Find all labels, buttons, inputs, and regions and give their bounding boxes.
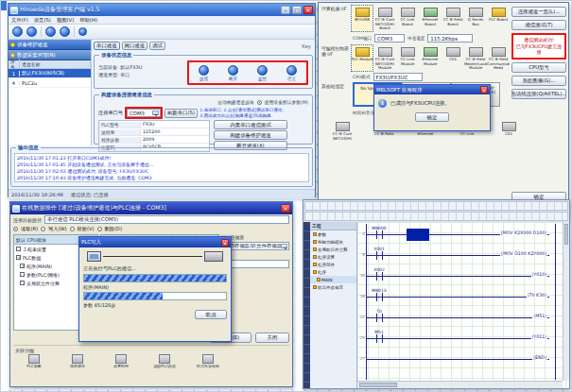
communication-test-button[interactable]: 通信测试(T) [511,20,566,30]
plc-diagnostics[interactable]: PLC诊断 [15,354,53,373]
connect-icon[interactable] [12,26,23,37]
connection-list-button[interactable]: 连接通道一览(L)... [511,7,566,17]
sidebar-section-maintenance[interactable]: 设备维护通道 [9,40,91,50]
tab-debug[interactable]: 调试 [149,42,165,50]
ladder-rung[interactable]: 8 X001 [MOV D100 K2Y000] [357,247,556,265]
close-button[interactable]: × [281,204,290,213]
dialog-close-button[interactable]: × [480,86,488,94]
cpu-type-value[interactable]: FX3U/FX3UC [373,73,423,81]
remote-operation[interactable]: 远程操作 [59,354,96,373]
titlebar[interactable]: 在线数据操作 [通过(设备维护通道)与PLC连接 - COM3] × [10,202,292,214]
coil[interactable]: (T0 K30) [527,293,547,298]
net-ccie-cont[interactable]: CC IE Cont NET/10(H) [326,119,358,146]
nav-item[interactable]: 程序设置 [310,253,356,261]
plc-if-ccie-head[interactable]: CC IE Field Communication Head Module [487,44,510,72]
settings-icon[interactable] [78,27,87,36]
stop-circle-icon[interactable] [286,65,297,76]
vertical-scrollbar[interactable] [563,222,569,381]
pc-if-cclink[interactable]: CC-Link Board [396,5,419,32]
instruction[interactable]: [MOV K2X000 D100] [500,230,547,235]
checkbox[interactable] [16,255,21,260]
ladder-rung[interactable]: 18 M8013 (T0 K30) [357,288,556,307]
nav-item[interactable]: 参数 [310,230,356,238]
monitor-icon[interactable] [45,26,56,37]
contact-symbol[interactable] [376,314,383,322]
checkbox[interactable] [20,272,25,277]
plc-if-c24[interactable]: C24 [442,44,464,72]
clear-plc-memory[interactable]: 清除PLC内存 [146,354,183,373]
cpu-model-button[interactable]: CPU型号 [511,62,566,73]
pc-if-ccie-field[interactable]: CC IE Field Board [442,5,464,32]
speed-value[interactable]: 115.2Kbps [427,34,473,43]
coil[interactable]: (M51) [532,314,547,318]
instruction[interactable]: [MOV D100 K2Y000] [500,251,547,256]
nav-item-main[interactable]: MAIN [310,276,356,283]
nav-item[interactable]: 程序 [310,268,356,276]
monitor-circle-icon[interactable] [257,65,268,76]
nav-item[interactable]: 全局软元件注释 [310,246,356,253]
checkbox[interactable] [20,264,25,268]
disconnect-action[interactable]: 断开 [228,65,238,81]
build-channel-button[interactable]: 构建设备维护通道 [214,130,287,140]
pc-if-qbus[interactable]: Q Series Bus [464,5,487,32]
plc-if-module[interactable]: PLC Module [351,44,373,72]
dialog-ok-button[interactable]: 确定 [415,112,449,122]
monitor-action[interactable]: 监控 [257,65,268,81]
contact-symbol[interactable] [376,230,383,239]
toolbar-icons-row-1[interactable] [304,201,568,211]
progress-titlebar[interactable]: PLC写入 × [79,237,231,247]
contact-symbol[interactable] [376,272,383,281]
menu-file[interactable]: 文件(F) [11,17,28,24]
sidebar-section-data[interactable]: 数据采集管理(N) [9,50,91,60]
ladder-rung[interactable]: 16 X002 (Y010) [357,267,556,286]
close-button[interactable]: × [303,6,313,14]
nav-item[interactable]: 智能功能模块 [310,238,356,246]
ladder-rung[interactable]: 0 M8000 [MOV K2X000 D100] [357,226,556,245]
edit-cursor[interactable] [407,229,429,241]
scrollbar-thumb[interactable] [359,383,397,387]
channel-list-item[interactable]: 1 默认FX3U(805CB) [9,69,91,78]
nav-item[interactable]: 软元件存储器 [310,283,356,291]
menu-settings[interactable]: 设置(S) [34,17,51,24]
phone-line-button[interactable]: 电话线连接(Q/A6TEL)... [511,89,566,99]
read-radio[interactable] [13,227,18,231]
delete-radio[interactable] [97,227,102,231]
com-port-select[interactable]: COM3 [127,109,161,117]
pc-if-plc-board[interactable]: PLC Board [487,5,510,32]
checkbox[interactable] [16,247,21,251]
pc-if-ethernet[interactable]: Ethernet Board [419,5,442,32]
format-memory[interactable]: 格式化存储器 [189,354,227,373]
ladder-editing-area[interactable]: 0 M8000 [MOV K2X000 D100] 8 X001 [MOV D1… [357,222,569,388]
pc-if-ccie-cont[interactable]: CC IE Cont NET/10(H) Board [373,5,396,32]
plc-if-ethernet[interactable]: Ethernet Module [419,44,442,72]
minimize-button[interactable]: – [281,6,290,14]
scrollbar-thumb[interactable] [564,224,568,245]
serial-test-button[interactable]: 内置串口通信测试 [214,120,287,129]
ladder-rung[interactable]: 25 M51 (Y011) [357,330,556,349]
docked-toolbar-strip[interactable] [303,222,310,388]
ladder-rung[interactable]: 22 T0 (M51) [357,309,556,328]
contact-symbol[interactable] [376,334,383,343]
dialog-titlebar[interactable]: MELSOFT 应用程序 × [374,85,490,94]
contact-symbol[interactable] [376,251,383,260]
set-clock[interactable]: 设置时钟 [102,354,140,373]
tab-ethernet[interactable]: 网口通道 [122,42,148,50]
connect-circle-icon[interactable] [199,65,209,76]
toolbar-icons-row-2[interactable] [304,212,568,221]
plc-if-cclink[interactable]: CC-Link Module [396,44,419,72]
maximize-button[interactable]: □ [292,6,302,14]
com-port-value[interactable]: COM3 [374,34,405,43]
close-dialog-button[interactable]: 关闭 [255,332,289,343]
titlebar[interactable]: Hinoeda设备管理客户端 v1.5 – □ × [9,4,315,16]
ladder-rung[interactable]: 27 [END] [357,350,556,369]
plc-if-ccie-master[interactable]: CC IE Field Master/Local Module [464,44,487,72]
output-log[interactable]: 2016/11/30 17:01:23 打开串口COM3成功! 2016/11/… [14,153,309,182]
end-instruction[interactable]: [END] [532,355,547,360]
stop-action[interactable]: 停止 [286,65,297,81]
nav-item[interactable]: 程序部件 [310,261,356,268]
system-image-button[interactable]: 系统图像(G)... [511,76,566,86]
stop-icon[interactable] [60,26,70,37]
channel-list-item[interactable]: 4 PLC2u [9,78,91,88]
pc-if-serial-usb[interactable]: 串行USB [351,5,373,32]
coil[interactable]: (Y011) [531,334,547,339]
